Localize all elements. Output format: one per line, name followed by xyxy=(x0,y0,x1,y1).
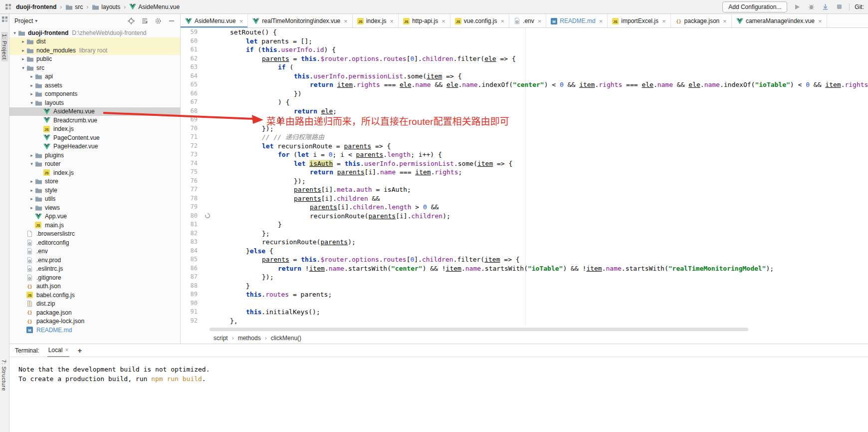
line-number[interactable]: 89 xyxy=(181,290,204,299)
chevron-right-icon[interactable]: ▸ xyxy=(28,205,35,210)
chevron-right-icon[interactable]: ▸ xyxy=(20,56,26,61)
tree-item[interactable]: ▸views xyxy=(9,203,180,212)
tree-item[interactable]: ▾layouts xyxy=(9,98,180,107)
close-icon[interactable]: × xyxy=(239,18,243,24)
tree-item[interactable]: ▸dist xyxy=(9,37,180,46)
line-number[interactable]: 59 xyxy=(181,28,204,37)
tree-item[interactable]: ▸components xyxy=(9,90,180,99)
app-icon[interactable] xyxy=(4,3,12,11)
code-line[interactable]: 65return item.rights === ele.name && ele… xyxy=(181,80,868,89)
tree-item[interactable]: MREADME.md xyxy=(9,326,180,335)
editor-breadcrumb-item[interactable]: clickMenu() xyxy=(271,335,301,342)
editor-tab[interactable]: JSindex.js× xyxy=(353,14,399,28)
code-line[interactable]: 79parents[i].children.length > 0 && xyxy=(181,203,868,212)
close-icon[interactable]: × xyxy=(818,18,822,24)
line-number[interactable]: 73 xyxy=(181,150,204,159)
recursion-icon[interactable] xyxy=(205,213,211,222)
line-number[interactable]: 87 xyxy=(181,273,204,282)
tool-button-project[interactable]: 1: Project xyxy=(1,32,8,61)
code-line[interactable]: 81} xyxy=(181,220,868,229)
code-line[interactable]: 78parents[i].children && xyxy=(181,194,868,203)
update-icon[interactable] xyxy=(821,3,829,11)
code-line[interactable]: 61if (this.userInfo.id) { xyxy=(181,45,868,54)
close-icon[interactable]: × xyxy=(662,18,666,24)
line-number[interactable]: 72 xyxy=(181,142,204,151)
line-number[interactable]: 61 xyxy=(181,45,204,54)
code-line[interactable]: 66}) xyxy=(181,89,868,98)
line-number[interactable]: 76 xyxy=(181,177,204,186)
line-number[interactable]: 90 xyxy=(181,299,204,308)
terminal-output[interactable]: Note that the development build is not o… xyxy=(9,357,868,384)
git-label[interactable]: Git: xyxy=(849,3,864,10)
close-icon[interactable]: × xyxy=(65,347,68,354)
breadcrumb-item[interactable]: duoji-frontend xyxy=(16,3,56,10)
close-icon[interactable]: × xyxy=(723,18,727,24)
tree-item[interactable]: .browserslistrc xyxy=(9,230,180,239)
line-number[interactable]: 66 xyxy=(181,89,204,98)
code-line[interactable]: 90 xyxy=(181,299,868,308)
tree-item[interactable]: ▾src xyxy=(9,63,180,72)
tree-item[interactable]: JSbabel.config.js xyxy=(9,291,180,300)
tree-item[interactable]: AsideMenu.vue xyxy=(9,107,180,116)
tree-item[interactable]: ▸style xyxy=(9,186,180,195)
tree-item[interactable]: .editorconfig xyxy=(9,238,180,247)
tool-windows-icon[interactable] xyxy=(5,3,11,10)
tree-item[interactable]: .eslintrc.js xyxy=(9,265,180,274)
code-line[interactable]: 83recursionRoute(parents); xyxy=(181,238,868,247)
tree-item[interactable]: Breadcrumb.vue xyxy=(9,116,180,125)
line-number[interactable]: 88 xyxy=(181,282,204,291)
editor-tab[interactable]: JSvue.config.js× xyxy=(450,14,509,28)
line-number[interactable]: 82 xyxy=(181,229,204,238)
tree-item[interactable]: .env xyxy=(9,247,180,256)
code-line[interactable]: 68return ele; xyxy=(181,107,868,116)
editor-tab[interactable]: JSimportExcel.js× xyxy=(608,14,670,28)
tree-item[interactable]: ▸node_moduleslibrary root xyxy=(9,46,180,55)
tree-item[interactable]: App.vue xyxy=(9,212,180,221)
line-number[interactable]: 64 xyxy=(181,72,204,81)
chevron-right-icon[interactable]: ▸ xyxy=(28,74,35,79)
chevron-right-icon[interactable]: ▸ xyxy=(28,179,35,184)
code-line[interactable]: 62parents = this.$router.options.routes[… xyxy=(181,54,868,63)
breadcrumb-item[interactable]: layouts xyxy=(92,3,120,10)
line-number[interactable]: 86 xyxy=(181,264,204,273)
add-configuration-button[interactable]: Add Configuration... xyxy=(722,1,787,12)
line-number[interactable]: 78 xyxy=(181,194,204,203)
tree-item[interactable]: PageContent.vue xyxy=(9,133,180,142)
chevron-down-icon[interactable]: ▾ xyxy=(28,161,35,166)
tree-item[interactable]: .gitignore xyxy=(9,273,180,282)
editor-tab[interactable]: AsideMenu.vue× xyxy=(181,14,248,28)
line-number[interactable]: 67 xyxy=(181,98,204,107)
tree-item[interactable]: ▸api xyxy=(9,72,180,81)
tree-item[interactable]: ▸assets xyxy=(9,81,180,90)
tree-item[interactable]: ▸public xyxy=(9,55,180,64)
editor-tab[interactable]: cameraManage\index.vue× xyxy=(732,14,827,28)
tree-item[interactable]: ▾duoji-frontendD:\zheheWeb\duoji-fronten… xyxy=(9,28,180,37)
line-number[interactable]: 77 xyxy=(181,185,204,194)
breadcrumb-item[interactable]: src xyxy=(65,3,83,10)
chevron-right-icon[interactable]: ▸ xyxy=(28,91,35,96)
tree-item[interactable]: {}package-lock.json xyxy=(9,317,180,326)
tool-windows-icon[interactable] xyxy=(1,16,8,22)
stop-icon[interactable] xyxy=(835,3,843,11)
chevron-down-icon[interactable]: ▾ xyxy=(35,18,37,23)
chevron-down-icon[interactable]: ▾ xyxy=(20,65,26,70)
bug-icon[interactable] xyxy=(807,3,815,11)
tool-windows-icon[interactable] xyxy=(1,16,8,24)
line-number[interactable]: 75 xyxy=(181,168,204,177)
line-number[interactable]: 81 xyxy=(181,220,204,229)
tree-item[interactable]: JSmain.js xyxy=(9,221,180,230)
code-line[interactable]: 72let recursionRoute = parents => { xyxy=(181,142,868,151)
line-number[interactable]: 70 xyxy=(181,124,204,133)
chevron-down-icon[interactable]: ▾ xyxy=(11,30,18,35)
code-line[interactable]: 89this.routes = parents; xyxy=(181,290,868,299)
code-line[interactable]: 80recursionRoute(parents[i].children); xyxy=(181,212,868,221)
horizontal-scrollbar[interactable] xyxy=(210,328,748,331)
settings-icon[interactable] xyxy=(154,17,162,24)
tree-item[interactable]: ▸utils xyxy=(9,195,180,204)
chevron-right-icon[interactable]: ▸ xyxy=(20,48,26,53)
line-number[interactable]: 79 xyxy=(181,203,204,212)
project-view-selector[interactable]: Project xyxy=(14,17,33,24)
editor-breadcrumb-item[interactable]: methods xyxy=(238,335,261,342)
code-line[interactable]: 64this.userInfo.permissionList.some(item… xyxy=(181,72,868,81)
code-line[interactable]: 92}, xyxy=(181,317,868,326)
